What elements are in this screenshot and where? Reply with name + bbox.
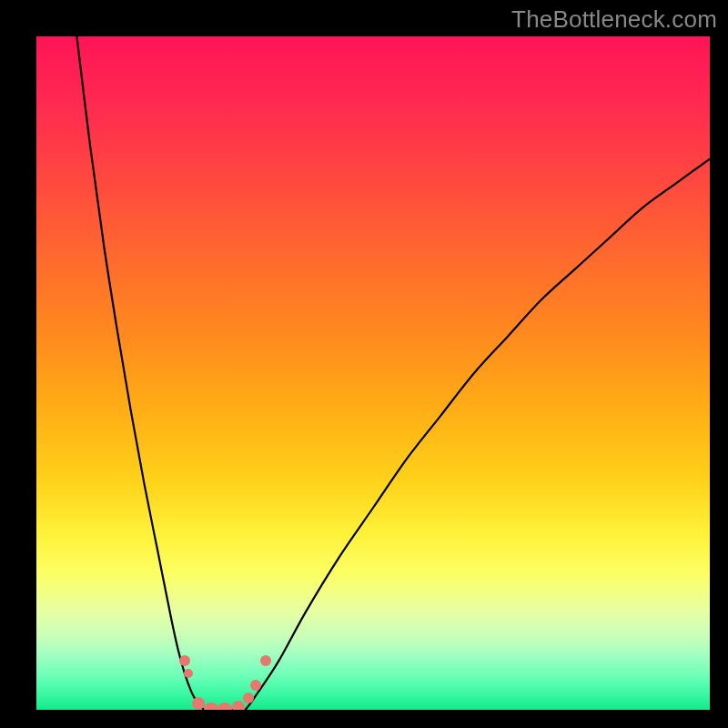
data-marker	[243, 693, 254, 703]
markers-layer	[36, 36, 710, 710]
data-marker	[232, 701, 245, 710]
data-marker	[179, 655, 190, 666]
data-marker	[217, 703, 232, 710]
data-marker	[204, 703, 218, 710]
chart-frame: TheBottleneck.com	[0, 0, 728, 728]
data-marker	[260, 655, 271, 666]
plot-area	[36, 36, 710, 710]
data-marker	[192, 697, 205, 710]
data-marker	[184, 669, 193, 678]
watermark-text: TheBottleneck.com	[511, 5, 717, 34]
data-marker	[250, 680, 261, 691]
